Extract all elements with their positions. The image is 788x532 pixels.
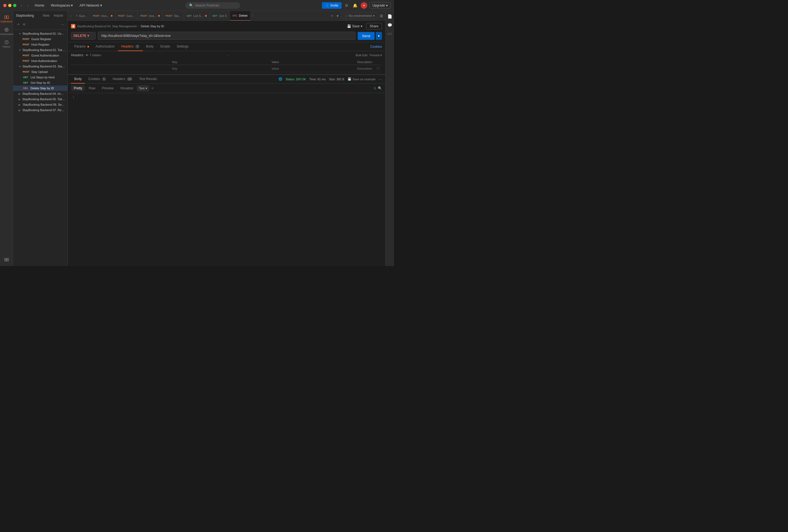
list-item[interactable]: GET List Stays by Host bbox=[13, 75, 67, 80]
list-item[interactable]: DEL Delete Stay by ID bbox=[13, 85, 67, 91]
list-item[interactable]: POST Guest Authentication bbox=[13, 53, 67, 58]
documentation-button[interactable]: 📄 bbox=[386, 13, 393, 20]
more-headers-btn[interactable]: ··· bbox=[227, 53, 230, 57]
send-button[interactable]: Send bbox=[358, 32, 375, 40]
response-tab-test-results[interactable]: Test Results bbox=[136, 75, 160, 83]
new-tab-button[interactable]: ＋ bbox=[329, 12, 335, 19]
response-tab-body[interactable]: Body bbox=[71, 75, 85, 83]
collection-item-4[interactable]: ▶ StayBooking Backend 04. Image Servi... bbox=[13, 91, 67, 96]
tab-1[interactable]: POST Hos... bbox=[90, 11, 115, 21]
tab-authorization[interactable]: Authorization bbox=[92, 42, 118, 51]
body-tab-raw[interactable]: Raw bbox=[86, 85, 98, 91]
upgrade-button[interactable]: Upgrade ▾ bbox=[370, 2, 391, 9]
new-collection-button[interactable]: New bbox=[41, 13, 51, 18]
row-value-cell[interactable] bbox=[270, 65, 355, 72]
list-item[interactable]: POST Host Register bbox=[13, 42, 67, 47]
tab-options-button[interactable]: ▾ bbox=[336, 13, 340, 19]
workspaces-dropdown[interactable]: Workspaces ▾ bbox=[49, 2, 75, 8]
tab-3[interactable]: POST Hos... bbox=[138, 11, 163, 21]
tab-scripts[interactable]: Scripts bbox=[157, 42, 173, 51]
description-input[interactable] bbox=[357, 67, 372, 70]
save-example-button[interactable]: 💾 Save as example bbox=[348, 77, 375, 81]
back-button[interactable]: ‹ bbox=[20, 3, 23, 8]
maximize-button[interactable] bbox=[13, 4, 16, 7]
panel-header: ＋ ≡ ··· bbox=[13, 19, 67, 30]
api-network-dropdown[interactable]: API Network ▾ bbox=[78, 2, 103, 8]
collection-item-1[interactable]: ▼ StayBooking Backend 01. User Regist... bbox=[13, 31, 67, 36]
minimize-button[interactable] bbox=[8, 4, 12, 7]
svg-rect-6 bbox=[4, 260, 6, 261]
invite-icon: 👤 bbox=[325, 3, 329, 7]
collection-item-2[interactable]: ▼ StayBooking Backend 02. Token Auth... bbox=[13, 47, 67, 53]
bulk-edit-button[interactable]: Bulk Edit bbox=[355, 54, 367, 57]
collection-item-7[interactable]: ▶ StayBooking Backend 07. Reservation bbox=[13, 107, 67, 113]
environments-panel-button[interactable]: ⊞ bbox=[379, 13, 384, 19]
list-item[interactable]: GET Get Stay by ID bbox=[13, 80, 67, 85]
tabs-bar: ‹ T Gue... POST Hos... POST Gue... POST … bbox=[68, 11, 385, 21]
sidebar-item-history[interactable]: History bbox=[1, 38, 13, 50]
search-bar[interactable]: 🔍 Search Postman bbox=[185, 2, 240, 9]
collection-item-3[interactable]: ▼ StayBooking Backend 03. Stay Manag... bbox=[13, 64, 67, 69]
history-icon bbox=[4, 40, 9, 45]
tab-4[interactable]: POST Sta... bbox=[163, 11, 184, 21]
settings-button[interactable]: ⚙ bbox=[344, 2, 350, 9]
sidebar-item-environments[interactable]: Environments bbox=[1, 26, 13, 37]
wrap-lines-button[interactable]: ≡ bbox=[151, 86, 154, 91]
search-response-button[interactable]: 🔍 bbox=[378, 86, 382, 90]
sidebar-item-more[interactable] bbox=[1, 256, 13, 264]
body-tab-pretty[interactable]: Pretty bbox=[71, 85, 85, 91]
tab-2[interactable]: POST Gue... bbox=[116, 11, 138, 21]
environment-selector[interactable]: ⬡ No environment ▾ bbox=[342, 13, 378, 19]
url-input[interactable] bbox=[98, 32, 355, 40]
save-icon: 💾 bbox=[347, 24, 351, 28]
import-button[interactable]: Import bbox=[52, 13, 65, 18]
list-item[interactable]: POST Stay Upload bbox=[13, 69, 67, 75]
tab-scroll-right[interactable]: › bbox=[251, 13, 255, 19]
forward-button[interactable]: › bbox=[26, 3, 30, 8]
row-key-cell[interactable] bbox=[170, 65, 269, 72]
tab-scroll-left[interactable]: ‹ bbox=[69, 13, 73, 19]
collection-item-6[interactable]: ▶ StayBooking Backend 06. Search bbox=[13, 102, 67, 107]
format-selector[interactable]: Text ▾ bbox=[137, 85, 149, 91]
invite-button[interactable]: 👤 Invite bbox=[322, 2, 341, 9]
tab-method-label: POST bbox=[93, 15, 100, 17]
cookies-link[interactable]: Cookies bbox=[370, 43, 382, 51]
body-tab-visualize[interactable]: Visualize bbox=[117, 85, 136, 91]
collections-label: Collections bbox=[0, 20, 12, 23]
tab-settings[interactable]: Settings bbox=[173, 42, 192, 51]
value-input[interactable] bbox=[272, 67, 353, 70]
method-selector[interactable]: DELETE ▾ bbox=[71, 32, 96, 40]
filter-button[interactable]: ≡ bbox=[22, 22, 26, 27]
key-input[interactable] bbox=[172, 67, 267, 70]
notifications-button[interactable]: 🔔 bbox=[352, 2, 358, 9]
home-link[interactable]: Home bbox=[33, 2, 46, 8]
row-desc-cell[interactable] bbox=[355, 65, 374, 72]
response-tab-cookies[interactable]: Cookies 1 bbox=[85, 75, 109, 83]
tab-headers[interactable]: Headers 7 bbox=[118, 42, 143, 51]
tab-5[interactable]: GET List S... bbox=[184, 11, 210, 21]
close-button[interactable] bbox=[3, 4, 6, 7]
tab-7-active[interactable]: DEL Delete bbox=[230, 11, 251, 21]
more-options-button[interactable]: ··· bbox=[60, 22, 65, 27]
more-response-options-button[interactable]: ··· bbox=[379, 77, 382, 81]
tab-6[interactable]: GET Get S bbox=[210, 11, 230, 21]
comments-button[interactable]: 💬 bbox=[386, 22, 393, 28]
tab-0[interactable]: T Gue... bbox=[73, 11, 90, 21]
collection-item-5[interactable]: ▶ StayBooking Backend 05. Token Prote... bbox=[13, 96, 67, 102]
copy-response-button[interactable]: ⧉ bbox=[374, 86, 376, 90]
response-tab-headers[interactable]: Headers 13 bbox=[110, 75, 136, 83]
save-button[interactable]: 💾 Save ▾ bbox=[345, 23, 365, 29]
tab-params[interactable]: Params bbox=[71, 42, 92, 51]
sidebar-item-collections[interactable]: Collections bbox=[1, 13, 13, 24]
list-item[interactable]: POST Host Authentication bbox=[13, 58, 67, 64]
body-tab-preview[interactable]: Preview bbox=[99, 85, 116, 91]
tab-body[interactable]: Body bbox=[143, 42, 157, 51]
collection-name-2: StayBooking Backend 02. Token Auth... bbox=[22, 48, 65, 52]
send-dropdown-button[interactable]: ▾ bbox=[376, 32, 382, 40]
code-button[interactable]: </> bbox=[386, 31, 393, 37]
presets-button[interactable]: Presets ▾ bbox=[370, 54, 382, 57]
avatar[interactable]: ● bbox=[361, 2, 367, 9]
list-item[interactable]: POST Guest Register bbox=[13, 36, 67, 42]
add-collection-button[interactable]: ＋ bbox=[16, 21, 21, 27]
share-button[interactable]: Share bbox=[366, 23, 382, 29]
